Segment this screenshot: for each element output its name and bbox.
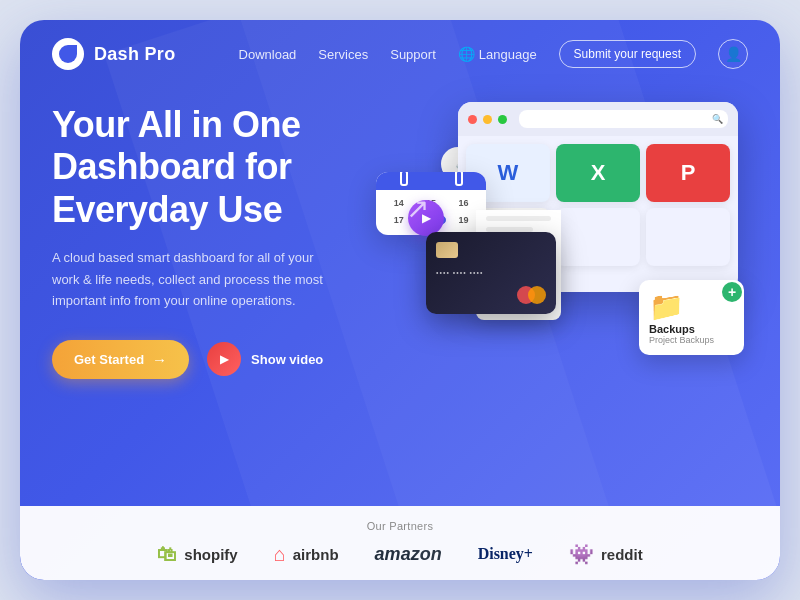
partner-airbnb[interactable]: ⌂ airbnb <box>274 543 339 566</box>
reddit-icon: 👾 <box>569 542 594 566</box>
calendar-header <box>376 172 486 190</box>
partners-row: 🛍 shopify ⌂ airbnb amazon Disney+ 👾 redd… <box>60 542 740 566</box>
globe-icon: 🌐 <box>458 46 475 62</box>
dot-red <box>468 115 477 124</box>
navbar: Dash Pro Download Services Support 🌐 Lan… <box>20 20 780 82</box>
hero-right: ☁️ 🔍 W X P 🏔️ <box>386 92 748 452</box>
user-icon: 👤 <box>725 46 742 62</box>
brand-name: Dash Pro <box>94 44 175 65</box>
receipt-line-1 <box>486 216 551 221</box>
hero-actions: Get Started → ▶ Show video <box>52 340 386 379</box>
hero-section: Your All in One Dashboard for Everyday U… <box>20 82 780 452</box>
cal-day-16: 16 <box>449 196 478 210</box>
nav-language[interactable]: 🌐 Language <box>458 46 537 62</box>
partner-amazon[interactable]: amazon <box>375 544 442 565</box>
backups-widget: + 📁 Backups Project Backups <box>639 280 744 355</box>
mc-circle-orange <box>528 286 546 304</box>
nav-support[interactable]: Support <box>390 47 436 62</box>
disney-label: Disney+ <box>478 545 533 563</box>
reddit-label: reddit <box>601 546 643 563</box>
partner-shopify[interactable]: 🛍 shopify <box>157 543 237 566</box>
hero-left: Your All in One Dashboard for Everyday U… <box>52 92 386 452</box>
partners-section: Our Partners 🛍 shopify ⌂ airbnb amazon D… <box>20 506 780 580</box>
card-number: •••• •••• •••• <box>436 269 546 276</box>
card-chip <box>436 242 458 258</box>
play-icon: ▶ <box>207 342 241 376</box>
backups-icon-container: + 📁 <box>649 290 734 323</box>
search-icon: 🔍 <box>712 114 723 124</box>
dot-yellow <box>483 115 492 124</box>
nav-lang-label: Language <box>479 47 537 62</box>
cal-ring-left <box>400 172 408 186</box>
tile-blank-2 <box>646 208 730 266</box>
shopify-icon: 🛍 <box>157 543 177 566</box>
hero-description: A cloud based smart dashboard for all of… <box>52 247 342 311</box>
tile-excel: X <box>556 144 640 202</box>
amazon-label: amazon <box>375 544 442 565</box>
arrow-decoration: ↗ <box>406 192 429 225</box>
partner-disney[interactable]: Disney+ <box>478 545 533 563</box>
tile-powerpoint: P <box>646 144 730 202</box>
mastercard-icon <box>517 286 546 304</box>
show-video-button[interactable]: ▶ Show video <box>207 342 323 376</box>
get-started-label: Get Started <box>74 352 144 367</box>
airbnb-label: airbnb <box>293 546 339 563</box>
show-video-label: Show video <box>251 352 323 367</box>
main-card: Dash Pro Download Services Support 🌐 Lan… <box>20 20 780 580</box>
get-started-button[interactable]: Get Started → <box>52 340 189 379</box>
partners-label: Our Partners <box>367 520 434 532</box>
shopify-label: shopify <box>184 546 237 563</box>
submit-request-button[interactable]: Submit your request <box>559 40 696 68</box>
backups-plus-icon: + <box>722 282 742 302</box>
cal-ring-right <box>455 172 463 186</box>
dot-green <box>498 115 507 124</box>
credit-card-widget: •••• •••• •••• <box>426 232 556 314</box>
nav-download[interactable]: Download <box>239 47 297 62</box>
nav-services[interactable]: Services <box>318 47 368 62</box>
hero-title: Your All in One Dashboard for Everyday U… <box>52 104 386 231</box>
backups-subtitle: Project Backups <box>649 335 734 345</box>
folder-icon: 📁 <box>649 291 684 322</box>
browser-search-bar: 🔍 <box>519 110 728 128</box>
card-logo <box>436 286 546 304</box>
partner-reddit[interactable]: 👾 reddit <box>569 542 643 566</box>
browser-topbar: 🔍 <box>458 102 738 136</box>
cal-day-19: 19 <box>449 213 478 227</box>
tile-blank-1 <box>556 208 640 266</box>
backups-title: Backups <box>649 323 734 335</box>
logo[interactable]: Dash Pro <box>52 38 175 70</box>
nav-links: Download Services Support 🌐 Language Sub… <box>239 39 748 69</box>
user-avatar[interactable]: 👤 <box>718 39 748 69</box>
logo-icon <box>52 38 84 70</box>
arrow-icon: → <box>152 351 167 368</box>
airbnb-icon: ⌂ <box>274 543 286 566</box>
